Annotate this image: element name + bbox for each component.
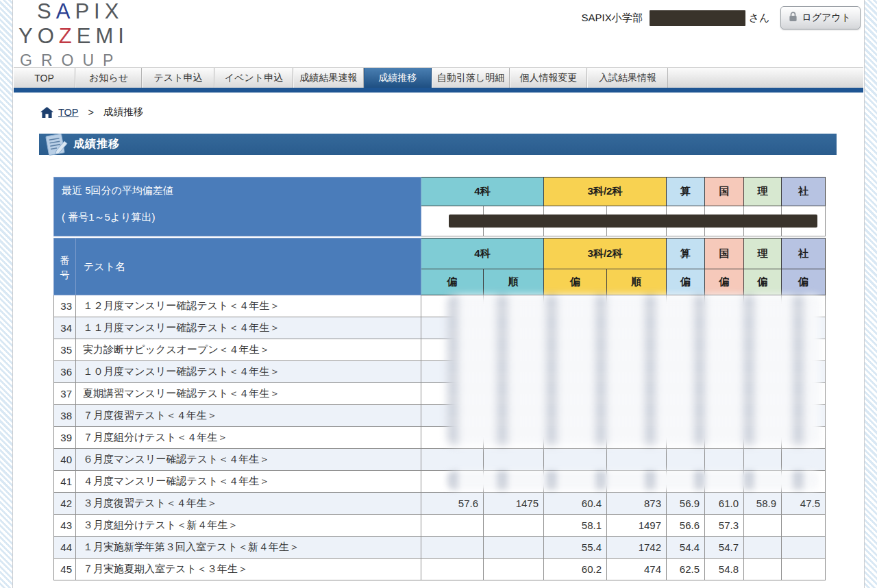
table-row: 45７月実施夏期入室テスト＜３年生＞60.247462.554.8 (54, 559, 826, 580)
test-name: 夏期講習マンスリー確認テスト＜４年生＞ (76, 383, 421, 405)
user-name-redaction (650, 10, 745, 26)
test-name: ６月度マンスリー確認テスト＜４年生＞ (76, 449, 421, 471)
row-number: 42 (54, 493, 76, 515)
logo-line-sapix: SAPIX (37, 1, 129, 22)
tab-8[interactable]: 個人情報変更 (510, 68, 587, 88)
summary-col-social: 社 (782, 177, 826, 206)
score-cell: 57.6 (421, 493, 484, 515)
logo-line-yozemi: YOZEMI (18, 25, 129, 47)
summary-title-line1: 最近 5回分の平均偏差値 (62, 184, 421, 197)
score-cell (782, 515, 826, 537)
row-number: 44 (54, 537, 76, 559)
score-cell (544, 449, 607, 471)
col-header-japanese-deviation: 偏 (705, 269, 744, 295)
score-cell (744, 559, 782, 580)
score-cell: 1742 (607, 537, 667, 559)
home-icon[interactable] (40, 107, 53, 118)
summary-title-line2: ( 番号1～5より算出) (62, 211, 421, 224)
col-header-math-deviation: 偏 (667, 269, 705, 295)
col-header-social: 社 (782, 238, 826, 269)
score-cell (705, 449, 744, 471)
test-name: ７月度組分けテスト＜４年生＞ (76, 427, 421, 449)
user-suffix: さん (749, 12, 770, 25)
col-header-3-2subj-deviation: 偏 (544, 269, 607, 295)
row-number: 40 (54, 449, 76, 471)
row-number: 45 (54, 559, 76, 580)
tab-7[interactable]: 自動引落し明細 (432, 68, 510, 88)
score-cell (744, 537, 782, 559)
score-cell (421, 449, 484, 471)
score-cell: 60.4 (544, 493, 607, 515)
user-division-label: SAPIX小学部 (581, 12, 642, 25)
table-row: 42３月度復習テスト＜４年生＞57.6147560.487356.961.058… (54, 493, 826, 515)
summary-col-japanese: 国 (705, 177, 744, 206)
summary-col-science: 理 (744, 177, 782, 206)
table-row: 44１月実施新学年第３回入室テスト＜新４年生＞55.4174254.454.7 (54, 537, 826, 559)
test-name: 実力診断サピックスオープン＜４年生＞ (76, 339, 421, 361)
score-cell: 55.4 (544, 537, 607, 559)
score-cell: 1497 (607, 515, 667, 537)
score-cell: 57.3 (705, 515, 744, 537)
breadcrumb-separator: > (88, 107, 94, 118)
page-title-bar: 成績推移 (39, 134, 837, 155)
tab-6[interactable]: 成績推移 (364, 68, 432, 88)
score-cell (484, 559, 544, 580)
tab-4[interactable]: イベント申込 (214, 68, 293, 88)
tab-5[interactable]: 成績結果速報 (293, 68, 364, 88)
col-header-4subjects: 4科 (421, 238, 544, 269)
page: SAPIX YOZEMI GROUP SAPIX小学部 さん ログアウト TOP… (0, 0, 877, 588)
tab-1[interactable]: TOP (14, 68, 75, 88)
score-cell: 60.2 (544, 559, 607, 580)
score-cell (744, 515, 782, 537)
test-name: ３月度復習テスト＜４年生＞ (76, 493, 421, 515)
test-name: １０月度マンスリー確認テスト＜４年生＞ (76, 361, 421, 383)
tab-2[interactable]: お知らせ (75, 68, 142, 88)
score-cell (421, 537, 484, 559)
logout-label: ログアウト (802, 12, 851, 24)
test-name: ７月度復習テスト＜４年生＞ (76, 405, 421, 427)
row-number: 34 (54, 317, 76, 339)
tab-3[interactable]: テスト申込 (142, 68, 214, 88)
score-cell: 54.7 (705, 537, 744, 559)
privacy-blur-overlay-row-41 (447, 471, 819, 490)
score-cell (667, 449, 705, 471)
col-header-science: 理 (744, 238, 782, 269)
logout-button[interactable]: ログアウト (780, 6, 861, 29)
test-name: ７月実施夏期入室テスト＜３年生＞ (76, 559, 421, 580)
summary-col-3-2subjects: 3科/2科 (544, 177, 667, 206)
breadcrumb: TOP > 成績推移 (40, 106, 143, 119)
score-cell: 58.9 (744, 493, 782, 515)
score-cell: 58.1 (544, 515, 607, 537)
test-name: ４月度マンスリー確認テスト＜４年生＞ (76, 471, 421, 493)
col-header-science-deviation: 偏 (744, 269, 782, 295)
score-cell (484, 449, 544, 471)
breadcrumb-top-link[interactable]: TOP (58, 107, 79, 118)
tab-9[interactable]: 入試結果情報 (587, 68, 668, 88)
score-cell (782, 559, 826, 580)
test-name: ３月度組分けテスト＜新４年生＞ (76, 515, 421, 537)
left-edge-stripe (0, 0, 13, 588)
page-title: 成績推移 (73, 137, 120, 151)
lock-icon (789, 12, 798, 24)
score-cell: 474 (607, 559, 667, 580)
table-row: 43３月度組分けテスト＜新４年生＞58.1149756.657.3 (54, 515, 826, 537)
score-cell (782, 537, 826, 559)
col-header-test-name: テスト名 (76, 238, 421, 295)
right-edge-stripe (864, 0, 877, 588)
col-header-number: 番 号 (54, 238, 76, 295)
table-row: 40６月度マンスリー確認テスト＜４年生＞ (54, 449, 826, 471)
row-number: 37 (54, 383, 76, 405)
score-cell: 61.0 (705, 493, 744, 515)
user-area: SAPIX小学部 さん ログアウト (581, 6, 861, 29)
score-cell: 56.9 (667, 493, 705, 515)
summary-title-cell: 最近 5回分の平均偏差値 ( 番号1～5より算出) (54, 177, 421, 236)
row-number: 35 (54, 339, 76, 361)
col-header-4subj-rank: 順 (484, 269, 544, 295)
nav-accent-bar (14, 88, 863, 93)
score-cell (607, 449, 667, 471)
row-number: 36 (54, 361, 76, 383)
test-name: １２月度マンスリー確認テスト＜４年生＞ (76, 295, 421, 317)
row-number: 43 (54, 515, 76, 537)
row-number: 41 (54, 471, 76, 493)
score-cell: 62.5 (667, 559, 705, 580)
